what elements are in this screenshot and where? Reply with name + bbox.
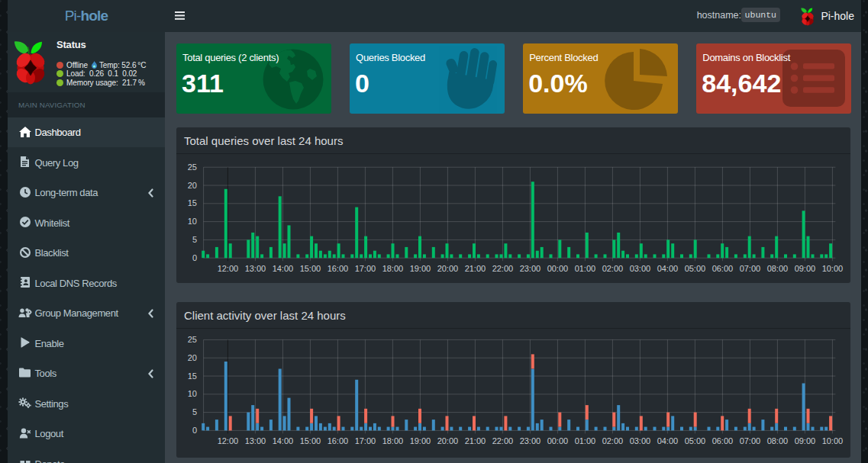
svg-text:08:00: 08:00 xyxy=(767,436,789,445)
svg-text:10:00: 10:00 xyxy=(822,436,844,445)
svg-text:09:00: 09:00 xyxy=(795,264,816,273)
svg-text:03:00: 03:00 xyxy=(630,436,651,445)
svg-text:17:00: 17:00 xyxy=(355,264,376,273)
svg-text:20: 20 xyxy=(188,353,197,362)
svg-text:18:00: 18:00 xyxy=(382,264,404,273)
svg-text:16:00: 16:00 xyxy=(328,264,349,273)
svg-text:0: 0 xyxy=(192,426,197,435)
svg-text:09:00: 09:00 xyxy=(795,436,816,445)
svg-text:16:00: 16:00 xyxy=(328,436,349,445)
svg-text:22:00: 22:00 xyxy=(492,436,514,445)
svg-text:10:00: 10:00 xyxy=(822,264,844,273)
svg-text:06:00: 06:00 xyxy=(712,436,734,445)
svg-text:04:00: 04:00 xyxy=(657,264,679,273)
svg-text:23:00: 23:00 xyxy=(520,264,541,273)
svg-text:20:00: 20:00 xyxy=(437,436,459,445)
svg-text:21:00: 21:00 xyxy=(465,436,486,445)
svg-text:19:00: 19:00 xyxy=(410,436,431,445)
svg-text:12:00: 12:00 xyxy=(218,436,239,445)
svg-text:19:00: 19:00 xyxy=(410,264,431,273)
svg-text:04:00: 04:00 xyxy=(657,436,679,445)
svg-text:18:00: 18:00 xyxy=(382,436,404,445)
svg-text:01:00: 01:00 xyxy=(575,264,596,273)
svg-text:02:00: 02:00 xyxy=(602,436,624,445)
svg-text:14:00: 14:00 xyxy=(273,264,294,273)
svg-text:10: 10 xyxy=(188,217,197,226)
svg-text:15: 15 xyxy=(188,371,197,381)
svg-text:03:00: 03:00 xyxy=(630,264,651,273)
svg-text:12:00: 12:00 xyxy=(218,264,239,273)
svg-text:0: 0 xyxy=(192,253,197,262)
svg-text:10: 10 xyxy=(188,389,197,398)
svg-text:22:00: 22:00 xyxy=(492,264,514,273)
svg-text:06:00: 06:00 xyxy=(712,264,734,273)
svg-text:00:00: 00:00 xyxy=(547,264,569,273)
svg-text:20: 20 xyxy=(188,181,197,190)
svg-text:15:00: 15:00 xyxy=(300,264,321,273)
svg-text:13:00: 13:00 xyxy=(245,264,266,273)
svg-text:14:00: 14:00 xyxy=(273,436,294,445)
svg-text:08:00: 08:00 xyxy=(767,264,789,273)
svg-text:17:00: 17:00 xyxy=(355,436,376,445)
svg-text:13:00: 13:00 xyxy=(245,436,266,445)
svg-text:20:00: 20:00 xyxy=(437,264,459,273)
svg-text:05:00: 05:00 xyxy=(685,264,706,273)
svg-text:23:00: 23:00 xyxy=(520,436,541,445)
svg-text:25: 25 xyxy=(188,162,197,172)
svg-text:25: 25 xyxy=(188,335,197,344)
svg-text:02:00: 02:00 xyxy=(602,264,624,273)
svg-text:5: 5 xyxy=(192,407,197,416)
svg-text:07:00: 07:00 xyxy=(740,264,761,273)
svg-text:00:00: 00:00 xyxy=(547,436,569,445)
svg-text:01:00: 01:00 xyxy=(575,436,596,445)
svg-text:15: 15 xyxy=(188,198,197,207)
svg-text:21:00: 21:00 xyxy=(465,264,486,273)
svg-text:5: 5 xyxy=(192,235,197,244)
svg-text:07:00: 07:00 xyxy=(740,436,761,445)
svg-text:05:00: 05:00 xyxy=(685,436,706,445)
svg-text:15:00: 15:00 xyxy=(300,436,321,445)
